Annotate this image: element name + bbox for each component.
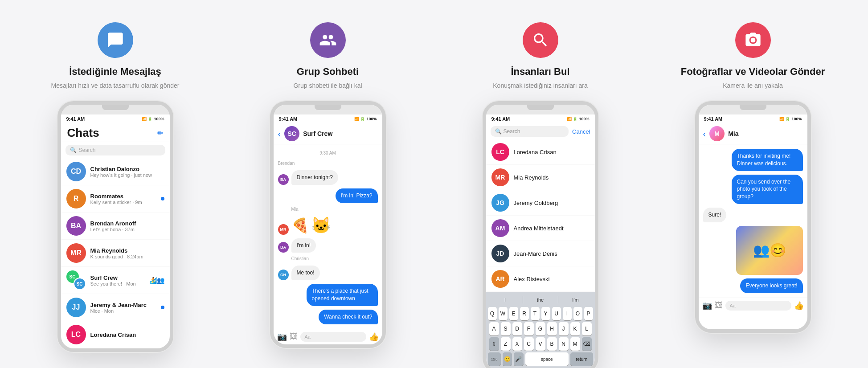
contact-avatar: M <box>709 126 725 141</box>
chat-item[interactable]: SC SC Surf Crew See you there! · Mon 🏄👥 <box>61 267 170 294</box>
back-button[interactable]: ‹ <box>703 129 706 139</box>
shift-key[interactable]: ⇧ <box>489 337 499 351</box>
search-input[interactable]: 🔍 Search <box>491 126 569 137</box>
phone-4: 9:41 AM 📶 🔋 100% ‹ M Mia Thanks for invi… <box>695 101 811 333</box>
person-item[interactable]: AR Alex Ristevski <box>486 266 595 292</box>
key-y[interactable]: Y <box>541 307 550 320</box>
key-w[interactable]: W <box>499 307 508 320</box>
contact-name: Mia <box>728 130 738 137</box>
message-bubble: Everyone looks great! <box>740 278 802 293</box>
keyboard-row-4: 123 🙂 🎤 space return <box>488 352 593 366</box>
cancel-button[interactable]: Cancel <box>572 128 590 135</box>
person-item[interactable]: JG Jeremy Goldberg <box>486 190 595 216</box>
return-key[interactable]: return <box>570 352 593 366</box>
photo-message-row: 👥😊 <box>703 226 803 275</box>
key-j[interactable]: J <box>559 322 569 335</box>
camera-button[interactable]: 📷 <box>702 301 712 311</box>
phone-1: 9:41 AM 📶 🔋 100% Chats ✏ 🔍 Search CD Chr… <box>57 101 173 352</box>
keyboard: I the I'm QWERTYUIOP ASDFGHJKL ⇧ZXCVBNM⌫… <box>486 292 595 368</box>
chat-name: Jeremy & Jean-Marc <box>90 302 156 308</box>
mic-key[interactable]: 🎤 <box>514 352 523 366</box>
message-bubble: There's a place that just opened downtow… <box>307 284 378 306</box>
person-name: Andrea Mittelstaedt <box>514 225 564 232</box>
thumbs-up-button[interactable]: 👍 <box>369 332 379 342</box>
message-input[interactable]: Aa <box>725 301 791 311</box>
key-f[interactable]: F <box>524 322 534 335</box>
key-x[interactable]: X <box>512 337 522 351</box>
key-r[interactable]: R <box>520 307 529 320</box>
key-g[interactable]: G <box>536 322 545 335</box>
key-u[interactable]: U <box>552 307 561 320</box>
chat-item[interactable]: BA Brendan Aronoff Let's get boba · 37m <box>61 213 170 240</box>
key-e[interactable]: E <box>509 307 518 320</box>
key-c[interactable]: C <box>524 337 534 351</box>
key-i[interactable]: I <box>563 307 572 320</box>
chat-name: Brendan Aronoff <box>90 220 164 227</box>
status-icons-1: 📶 🔋 100% <box>142 117 164 121</box>
emoji-key[interactable]: 🙂 <box>503 352 512 366</box>
key-b[interactable]: B <box>547 337 557 351</box>
messaging-icon-bg <box>98 22 133 58</box>
avatar: MR <box>66 243 86 263</box>
key-p[interactable]: P <box>584 307 593 320</box>
key-h[interactable]: H <box>547 322 557 335</box>
group-emoji: 🏄👥 <box>149 277 164 284</box>
chats-search-bar[interactable]: 🔍 Search <box>66 145 165 155</box>
group-avatar: SC SC <box>66 270 86 290</box>
phone-notch-2 <box>274 105 382 114</box>
delete-key[interactable]: ⌫ <box>582 337 592 351</box>
image-button[interactable]: 🖼 <box>715 301 723 310</box>
person-item[interactable]: AM Andrea Mittelstaedt <box>486 216 595 241</box>
key-t[interactable]: T <box>531 307 540 320</box>
image-button[interactable]: 🖼 <box>290 332 298 341</box>
key-d[interactable]: D <box>512 322 522 335</box>
message-input[interactable]: Aa <box>300 332 366 342</box>
phone-notch-1 <box>61 105 170 114</box>
space-key[interactable]: space <box>525 352 569 366</box>
keyboard-row-1: QWERTYUIOP <box>488 307 593 320</box>
group-chat-nav: ‹ SC Surf Crew <box>274 123 382 144</box>
thumbs-up-button[interactable]: 👍 <box>794 301 804 311</box>
key-o[interactable]: O <box>573 307 582 320</box>
key-q[interactable]: Q <box>488 307 497 320</box>
key-n[interactable]: N <box>559 337 569 351</box>
chat-item[interactable]: CD Christian Dalonzo Hey how's it going … <box>61 158 170 185</box>
chat-item[interactable]: LC Loredana Crisan <box>61 321 170 348</box>
key-l[interactable]: L <box>582 322 592 335</box>
person-name: Jean-Marc Denis <box>514 250 557 257</box>
camera-button[interactable]: 📷 <box>277 332 287 342</box>
key-m[interactable]: M <box>570 337 580 351</box>
edit-icon[interactable]: ✏ <box>157 128 164 138</box>
back-button[interactable]: ‹ <box>278 129 281 139</box>
person-item[interactable]: MR Mia Reynolds <box>486 165 595 190</box>
key-k[interactable]: K <box>570 322 580 335</box>
suggestion-3[interactable]: I'm <box>558 296 593 303</box>
person-item[interactable]: JD Jean-Marc Denis <box>486 241 595 266</box>
group-chat-name: Surf Crew <box>303 130 332 137</box>
message-bubble: Dinner tonight? <box>291 170 338 185</box>
photo-message: 👥😊 <box>736 226 803 275</box>
chat-item[interactable]: MR Mia Reynolds K sounds good · 8:24am <box>61 240 170 267</box>
chat-preview: K sounds good · 8:24am <box>90 254 164 259</box>
avatar: CD <box>66 162 86 181</box>
status-bar-3: 9:41 AM 📶 🔋 100% <box>486 114 595 123</box>
suggestion-2[interactable]: the <box>523 296 558 303</box>
chat-item[interactable]: JJ Jeremy & Jean-Marc Nice · Mon <box>61 294 170 321</box>
avatar: JJ <box>66 298 86 317</box>
person-name: Loredana Crisan <box>514 149 557 155</box>
num-key[interactable]: 123 <box>488 352 501 366</box>
person-name: Alex Ristevski <box>514 276 550 282</box>
message-bubble: I'm in! <box>291 238 316 253</box>
avatar: JG <box>491 194 509 212</box>
key-v[interactable]: V <box>536 337 545 351</box>
key-s[interactable]: S <box>501 322 511 335</box>
chat-name: Loredana Crisan <box>90 331 164 338</box>
person-item[interactable]: LC Loredana Crisan <box>486 139 595 165</box>
suggestion-1[interactable]: I <box>488 296 523 303</box>
key-z[interactable]: Z <box>501 337 511 351</box>
message-bubble: Me too! <box>291 266 320 280</box>
chat-item[interactable]: R Roommates Kelly sent a sticker · 9m <box>61 185 170 213</box>
key-a[interactable]: A <box>489 322 499 335</box>
chat-preview: See you there! · Mon <box>90 281 145 286</box>
search-header: 🔍 Search Cancel <box>486 123 595 139</box>
